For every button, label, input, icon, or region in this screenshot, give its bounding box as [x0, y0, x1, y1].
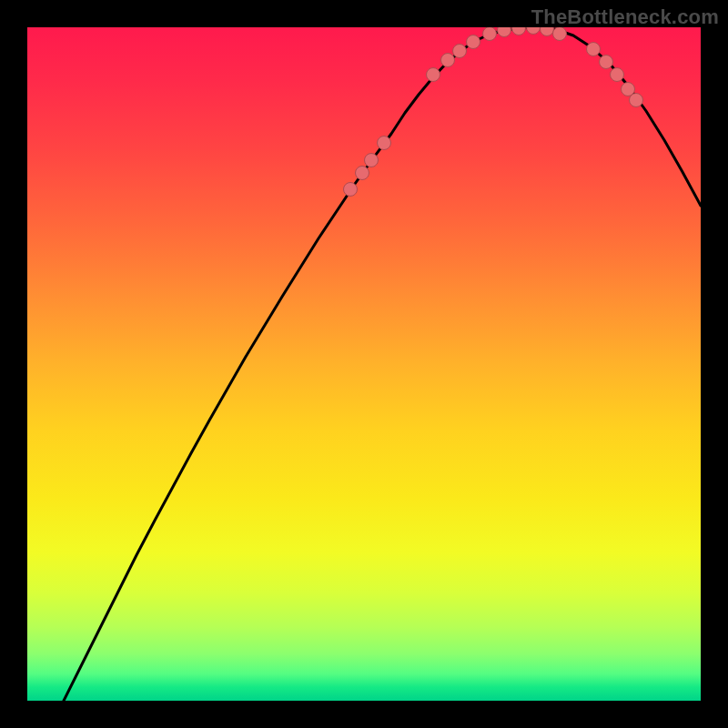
data-point — [467, 35, 480, 49]
bottleneck-curve — [64, 27, 701, 701]
data-point — [512, 27, 526, 35]
chart-plot-area — [27, 27, 701, 701]
data-point — [441, 54, 455, 67]
data-point — [427, 68, 440, 82]
data-point — [527, 27, 541, 35]
data-point — [498, 27, 511, 37]
data-point — [344, 183, 358, 197]
data-point — [453, 45, 467, 58]
data-point — [356, 167, 369, 180]
data-point — [611, 68, 624, 82]
data-point — [541, 27, 554, 36]
watermark-text: TheBottleneck.com — [531, 5, 719, 29]
data-point — [365, 154, 379, 167]
chart-svg — [27, 27, 701, 701]
data-point — [587, 43, 601, 56]
data-point — [378, 136, 391, 150]
data-point — [483, 27, 497, 41]
data-point — [600, 56, 613, 69]
data-point — [630, 94, 643, 107]
data-point — [553, 27, 567, 41]
